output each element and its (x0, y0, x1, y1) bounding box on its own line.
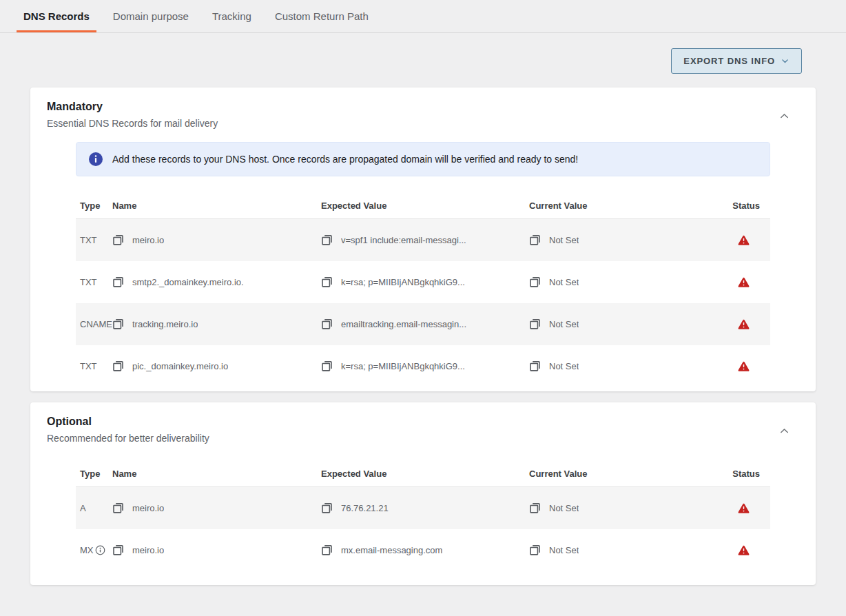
column-header-status: Status (710, 201, 770, 211)
section-title: Optional (47, 413, 209, 430)
tab-domain-purpose[interactable]: Domain purpose (106, 0, 196, 32)
copy-name-button[interactable] (112, 360, 124, 372)
dns-record-row: CNAME tracking.meiro.io emailtracking.em… (76, 303, 770, 345)
copy-current-button[interactable] (529, 544, 541, 556)
column-header-current: Current Value (529, 469, 710, 479)
warning-icon (738, 545, 750, 555)
record-type: CNAME (80, 319, 112, 329)
copy-icon (529, 544, 541, 556)
export-dns-info-label: EXPORT DNS INFO (683, 56, 775, 66)
tab-tracking[interactable]: Tracking (205, 0, 258, 32)
collapse-mandatory-button[interactable] (774, 105, 795, 127)
record-current-value: Not Set (549, 545, 579, 555)
copy-icon (321, 502, 333, 514)
export-dns-info-button[interactable]: EXPORT DNS INFO (671, 48, 802, 74)
copy-icon (321, 544, 333, 556)
copy-icon (112, 360, 124, 372)
mandatory-section: Mandatory Essential DNS Records for mail… (30, 88, 816, 391)
copy-expected-button[interactable] (321, 544, 333, 556)
tab-dns-records[interactable]: DNS Records (17, 0, 96, 32)
record-type: TXT (80, 235, 97, 245)
warning-icon (738, 503, 750, 513)
dns-record-row: TXT pic._domainkey.meiro.io k=rsa; p=MII… (76, 345, 770, 387)
optional-section: Optional Recommended for better delivera… (30, 402, 816, 585)
chevron-up-icon (779, 426, 790, 436)
record-current-value: Not Set (549, 503, 579, 513)
record-name: meiro.io (132, 235, 164, 245)
tab-custom-return-path[interactable]: Custom Return Path (268, 0, 375, 32)
copy-icon (112, 318, 124, 330)
copy-icon (321, 318, 333, 330)
column-header-current: Current Value (529, 201, 710, 211)
record-name: meiro.io (132, 545, 164, 555)
copy-name-button[interactable] (112, 502, 124, 514)
warning-icon (738, 277, 750, 287)
copy-name-button[interactable] (112, 276, 124, 288)
copy-icon (112, 234, 124, 246)
copy-icon (321, 276, 333, 288)
column-header-status: Status (710, 469, 770, 479)
record-current-value: Not Set (549, 235, 579, 245)
copy-expected-button[interactable] (321, 234, 333, 246)
copy-icon (529, 234, 541, 246)
record-expected-value: k=rsa; p=MIIBIjANBgkqhkiG9... (341, 361, 465, 371)
record-expected-value: v=spf1 include:email-messagi... (341, 235, 466, 245)
warning-icon (738, 235, 750, 245)
copy-icon (112, 502, 124, 514)
dns-records-page: DNS RecordsDomain purposeTrackingCustom … (0, 0, 846, 585)
copy-icon (112, 276, 124, 288)
column-header-type: Type (76, 469, 112, 479)
dns-records-table: Type Name Expected Value Current Value S… (76, 461, 770, 571)
column-header-expected: Expected Value (321, 201, 529, 211)
record-type: TXT (80, 361, 97, 371)
copy-icon (112, 544, 124, 556)
collapse-optional-button[interactable] (774, 420, 795, 442)
copy-name-button[interactable] (112, 234, 124, 246)
copy-icon (529, 276, 541, 288)
dns-records-table: Type Name Expected Value Current Value S… (76, 193, 770, 387)
copy-name-button[interactable] (112, 544, 124, 556)
record-current-value: Not Set (549, 319, 579, 329)
record-expected-value: 76.76.21.21 (341, 503, 389, 513)
copy-icon (529, 502, 541, 514)
column-header-name: Name (112, 201, 321, 211)
dns-record-row: MX meiro.io mx.email-messaging.com Not S… (76, 529, 770, 571)
record-name: smtp2._domainkey.meiro.io. (132, 277, 244, 287)
copy-name-button[interactable] (112, 318, 124, 330)
copy-current-button[interactable] (529, 234, 541, 246)
column-header-name: Name (112, 469, 321, 479)
copy-current-button[interactable] (529, 318, 541, 330)
record-current-value: Not Set (549, 277, 579, 287)
table-body: A meiro.io 76.76.21.21 Not Set (76, 487, 770, 571)
table-body: TXT meiro.io v=spf1 include:email-messag… (76, 219, 770, 387)
copy-expected-button[interactable] (321, 318, 333, 330)
record-name: meiro.io (132, 503, 164, 513)
copy-icon (321, 360, 333, 372)
copy-expected-button[interactable] (321, 276, 333, 288)
record-expected-value: mx.email-messaging.com (341, 545, 442, 555)
copy-current-button[interactable] (529, 276, 541, 288)
dns-record-row: TXT smtp2._domainkey.meiro.io. k=rsa; p=… (76, 261, 770, 303)
record-current-value: Not Set (549, 361, 579, 371)
record-expected-value: k=rsa; p=MIIBIjANBgkqhkiG9... (341, 277, 465, 287)
warning-icon (738, 361, 750, 371)
info-icon (89, 152, 103, 166)
copy-expected-button[interactable] (321, 360, 333, 372)
copy-current-button[interactable] (529, 502, 541, 514)
table-header: Type Name Expected Value Current Value S… (76, 193, 770, 219)
column-header-expected: Expected Value (321, 469, 529, 479)
copy-icon (321, 234, 333, 246)
content: Mandatory Essential DNS Records for mail… (0, 74, 846, 585)
dns-record-row: A meiro.io 76.76.21.21 Not Set (76, 487, 770, 529)
chevron-down-icon (781, 57, 790, 65)
record-name: tracking.meiro.io (132, 319, 198, 329)
copy-expected-button[interactable] (321, 502, 333, 514)
type-info-icon[interactable] (95, 545, 105, 555)
copy-current-button[interactable] (529, 360, 541, 372)
section-subtitle: Recommended for better deliverability (47, 431, 209, 446)
section-subtitle: Essential DNS Records for mail delivery (47, 116, 218, 131)
warning-icon (738, 319, 750, 329)
record-expected-value: emailtracking.email-messagin... (341, 319, 466, 329)
section-title: Mandatory (47, 99, 218, 115)
info-banner-text: Add these records to your DNS host. Once… (112, 154, 578, 165)
